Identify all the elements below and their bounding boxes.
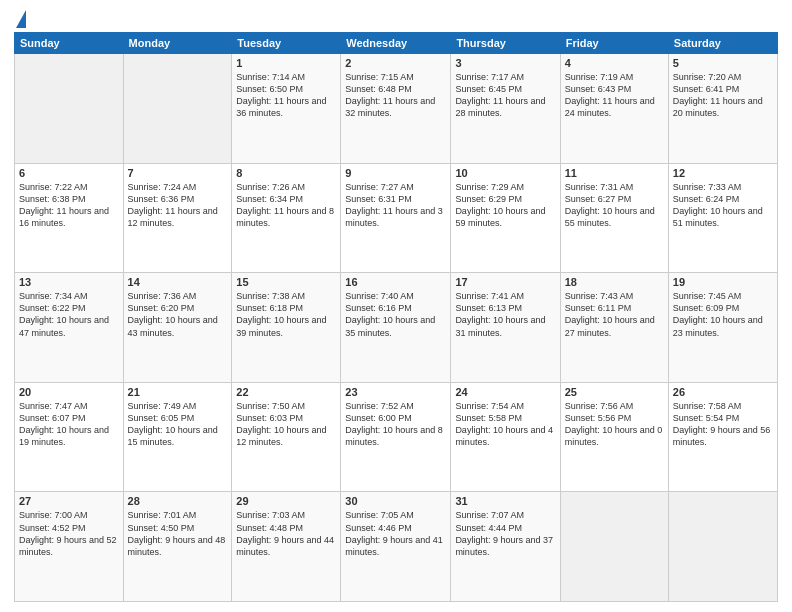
calendar-cell: 22Sunrise: 7:50 AMSunset: 6:03 PMDayligh… xyxy=(232,382,341,492)
calendar-header-row: SundayMondayTuesdayWednesdayThursdayFrid… xyxy=(15,33,778,54)
cell-info: Sunrise: 7:03 AMSunset: 4:48 PMDaylight:… xyxy=(236,509,336,558)
calendar-cell: 30Sunrise: 7:05 AMSunset: 4:46 PMDayligh… xyxy=(341,492,451,602)
calendar-cell xyxy=(668,492,777,602)
calendar-cell: 1Sunrise: 7:14 AMSunset: 6:50 PMDaylight… xyxy=(232,54,341,164)
calendar-cell: 23Sunrise: 7:52 AMSunset: 6:00 PMDayligh… xyxy=(341,382,451,492)
day-number: 15 xyxy=(236,276,336,288)
calendar-cell: 13Sunrise: 7:34 AMSunset: 6:22 PMDayligh… xyxy=(15,273,124,383)
day-number: 18 xyxy=(565,276,664,288)
calendar-cell: 28Sunrise: 7:01 AMSunset: 4:50 PMDayligh… xyxy=(123,492,232,602)
calendar-cell: 19Sunrise: 7:45 AMSunset: 6:09 PMDayligh… xyxy=(668,273,777,383)
cell-info: Sunrise: 7:01 AMSunset: 4:50 PMDaylight:… xyxy=(128,509,228,558)
calendar-cell: 6Sunrise: 7:22 AMSunset: 6:38 PMDaylight… xyxy=(15,163,124,273)
cell-info: Sunrise: 7:07 AMSunset: 4:44 PMDaylight:… xyxy=(455,509,555,558)
calendar-cell: 11Sunrise: 7:31 AMSunset: 6:27 PMDayligh… xyxy=(560,163,668,273)
cell-info: Sunrise: 7:19 AMSunset: 6:43 PMDaylight:… xyxy=(565,71,664,120)
day-header-tuesday: Tuesday xyxy=(232,33,341,54)
calendar-cell: 12Sunrise: 7:33 AMSunset: 6:24 PMDayligh… xyxy=(668,163,777,273)
cell-info: Sunrise: 7:40 AMSunset: 6:16 PMDaylight:… xyxy=(345,290,446,339)
cell-info: Sunrise: 7:47 AMSunset: 6:07 PMDaylight:… xyxy=(19,400,119,449)
day-number: 30 xyxy=(345,495,446,507)
day-number: 9 xyxy=(345,167,446,179)
day-number: 25 xyxy=(565,386,664,398)
day-number: 28 xyxy=(128,495,228,507)
calendar-cell xyxy=(15,54,124,164)
page: SundayMondayTuesdayWednesdayThursdayFrid… xyxy=(0,0,792,612)
cell-info: Sunrise: 7:26 AMSunset: 6:34 PMDaylight:… xyxy=(236,181,336,230)
day-number: 29 xyxy=(236,495,336,507)
day-number: 26 xyxy=(673,386,773,398)
day-number: 13 xyxy=(19,276,119,288)
cell-info: Sunrise: 7:52 AMSunset: 6:00 PMDaylight:… xyxy=(345,400,446,449)
day-header-saturday: Saturday xyxy=(668,33,777,54)
week-row-3: 13Sunrise: 7:34 AMSunset: 6:22 PMDayligh… xyxy=(15,273,778,383)
calendar-cell: 2Sunrise: 7:15 AMSunset: 6:48 PMDaylight… xyxy=(341,54,451,164)
calendar-cell: 5Sunrise: 7:20 AMSunset: 6:41 PMDaylight… xyxy=(668,54,777,164)
day-number: 19 xyxy=(673,276,773,288)
cell-info: Sunrise: 7:33 AMSunset: 6:24 PMDaylight:… xyxy=(673,181,773,230)
cell-info: Sunrise: 7:27 AMSunset: 6:31 PMDaylight:… xyxy=(345,181,446,230)
calendar-cell: 3Sunrise: 7:17 AMSunset: 6:45 PMDaylight… xyxy=(451,54,560,164)
week-row-5: 27Sunrise: 7:00 AMSunset: 4:52 PMDayligh… xyxy=(15,492,778,602)
calendar-cell: 14Sunrise: 7:36 AMSunset: 6:20 PMDayligh… xyxy=(123,273,232,383)
calendar-cell: 31Sunrise: 7:07 AMSunset: 4:44 PMDayligh… xyxy=(451,492,560,602)
logo-icon xyxy=(16,10,26,28)
cell-info: Sunrise: 7:34 AMSunset: 6:22 PMDaylight:… xyxy=(19,290,119,339)
cell-info: Sunrise: 7:14 AMSunset: 6:50 PMDaylight:… xyxy=(236,71,336,120)
cell-info: Sunrise: 7:45 AMSunset: 6:09 PMDaylight:… xyxy=(673,290,773,339)
cell-info: Sunrise: 7:43 AMSunset: 6:11 PMDaylight:… xyxy=(565,290,664,339)
header xyxy=(14,10,778,26)
calendar-cell: 27Sunrise: 7:00 AMSunset: 4:52 PMDayligh… xyxy=(15,492,124,602)
day-number: 31 xyxy=(455,495,555,507)
calendar-body: 1Sunrise: 7:14 AMSunset: 6:50 PMDaylight… xyxy=(15,54,778,602)
cell-info: Sunrise: 7:05 AMSunset: 4:46 PMDaylight:… xyxy=(345,509,446,558)
calendar-cell: 8Sunrise: 7:26 AMSunset: 6:34 PMDaylight… xyxy=(232,163,341,273)
logo xyxy=(14,10,26,26)
day-header-wednesday: Wednesday xyxy=(341,33,451,54)
day-number: 16 xyxy=(345,276,446,288)
calendar-cell: 29Sunrise: 7:03 AMSunset: 4:48 PMDayligh… xyxy=(232,492,341,602)
day-number: 4 xyxy=(565,57,664,69)
cell-info: Sunrise: 7:56 AMSunset: 5:56 PMDaylight:… xyxy=(565,400,664,449)
cell-info: Sunrise: 7:17 AMSunset: 6:45 PMDaylight:… xyxy=(455,71,555,120)
calendar-cell xyxy=(123,54,232,164)
day-number: 12 xyxy=(673,167,773,179)
day-number: 6 xyxy=(19,167,119,179)
cell-info: Sunrise: 7:31 AMSunset: 6:27 PMDaylight:… xyxy=(565,181,664,230)
calendar-cell: 4Sunrise: 7:19 AMSunset: 6:43 PMDaylight… xyxy=(560,54,668,164)
day-header-sunday: Sunday xyxy=(15,33,124,54)
day-number: 3 xyxy=(455,57,555,69)
cell-info: Sunrise: 7:20 AMSunset: 6:41 PMDaylight:… xyxy=(673,71,773,120)
calendar-cell xyxy=(560,492,668,602)
day-number: 10 xyxy=(455,167,555,179)
cell-info: Sunrise: 7:54 AMSunset: 5:58 PMDaylight:… xyxy=(455,400,555,449)
day-number: 22 xyxy=(236,386,336,398)
day-number: 21 xyxy=(128,386,228,398)
cell-info: Sunrise: 7:36 AMSunset: 6:20 PMDaylight:… xyxy=(128,290,228,339)
calendar-cell: 16Sunrise: 7:40 AMSunset: 6:16 PMDayligh… xyxy=(341,273,451,383)
week-row-4: 20Sunrise: 7:47 AMSunset: 6:07 PMDayligh… xyxy=(15,382,778,492)
cell-info: Sunrise: 7:38 AMSunset: 6:18 PMDaylight:… xyxy=(236,290,336,339)
cell-info: Sunrise: 7:15 AMSunset: 6:48 PMDaylight:… xyxy=(345,71,446,120)
calendar-cell: 9Sunrise: 7:27 AMSunset: 6:31 PMDaylight… xyxy=(341,163,451,273)
day-header-friday: Friday xyxy=(560,33,668,54)
day-number: 11 xyxy=(565,167,664,179)
week-row-1: 1Sunrise: 7:14 AMSunset: 6:50 PMDaylight… xyxy=(15,54,778,164)
day-number: 5 xyxy=(673,57,773,69)
day-number: 8 xyxy=(236,167,336,179)
week-row-2: 6Sunrise: 7:22 AMSunset: 6:38 PMDaylight… xyxy=(15,163,778,273)
day-number: 20 xyxy=(19,386,119,398)
day-number: 1 xyxy=(236,57,336,69)
calendar-cell: 26Sunrise: 7:58 AMSunset: 5:54 PMDayligh… xyxy=(668,382,777,492)
calendar-cell: 10Sunrise: 7:29 AMSunset: 6:29 PMDayligh… xyxy=(451,163,560,273)
day-number: 2 xyxy=(345,57,446,69)
calendar-cell: 15Sunrise: 7:38 AMSunset: 6:18 PMDayligh… xyxy=(232,273,341,383)
cell-info: Sunrise: 7:00 AMSunset: 4:52 PMDaylight:… xyxy=(19,509,119,558)
calendar-cell: 7Sunrise: 7:24 AMSunset: 6:36 PMDaylight… xyxy=(123,163,232,273)
calendar: SundayMondayTuesdayWednesdayThursdayFrid… xyxy=(14,32,778,602)
day-number: 27 xyxy=(19,495,119,507)
cell-info: Sunrise: 7:50 AMSunset: 6:03 PMDaylight:… xyxy=(236,400,336,449)
day-number: 23 xyxy=(345,386,446,398)
calendar-cell: 24Sunrise: 7:54 AMSunset: 5:58 PMDayligh… xyxy=(451,382,560,492)
day-number: 14 xyxy=(128,276,228,288)
